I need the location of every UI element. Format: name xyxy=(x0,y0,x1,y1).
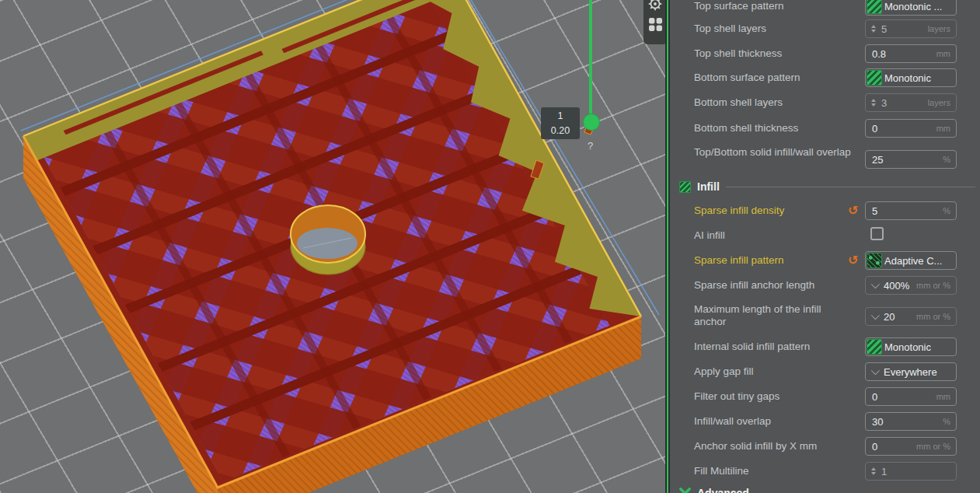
setting-row: Sparse infill density ↺ 5 % xyxy=(670,201,980,220)
setting-label: Infill/wall overlap xyxy=(694,415,853,428)
setting-row: Filter out tiny gaps 0 mm xyxy=(670,387,980,406)
stepper-arrows-icon[interactable] xyxy=(870,99,877,107)
setting-label: Top shell layers xyxy=(694,23,853,35)
pattern-swatch-icon xyxy=(867,339,882,355)
layer-slider-tooltip: 1 0.20 xyxy=(541,107,580,139)
infill-wall-overlap-input[interactable]: 30 % xyxy=(865,412,957,431)
setting-row: Bottom shell thickness 0 mm xyxy=(670,119,980,138)
setting-label: Top surface pattern xyxy=(694,0,853,12)
chevron-down-icon xyxy=(871,366,880,375)
setting-row: Top shell thickness 0.8 mm xyxy=(670,44,980,63)
bottom-shell-thickness-input[interactable]: 0 mm xyxy=(865,119,957,138)
setting-label: Filter out tiny gaps xyxy=(694,390,853,403)
setting-label: Apply gap fill xyxy=(694,365,853,378)
section-header-advanced: Advanced xyxy=(679,486,977,493)
setting-row: Sparse infill anchor length 400% mm or % xyxy=(670,276,980,295)
revert-icon[interactable]: ↺ xyxy=(848,253,862,268)
setting-row: Apply gap fill Everywhere xyxy=(670,362,980,381)
chevron-down-icon xyxy=(871,280,880,288)
section-divider-line xyxy=(726,187,975,187)
adaptive-pattern-swatch-icon xyxy=(867,253,882,268)
pattern-swatch-icon xyxy=(867,0,882,14)
filter-tiny-gaps-input[interactable]: 0 mm xyxy=(865,387,957,406)
setting-row: Top/Bottom solid infill/wall overlap 25 … xyxy=(670,150,980,169)
settings-panel: Top surface pattern Monotonic ... Top sh… xyxy=(670,0,980,493)
setting-label: Internal solid infill pattern xyxy=(694,341,853,353)
top-shell-thickness-input[interactable]: 0.8 mm xyxy=(865,44,957,63)
max-infill-anchor-length-dropdown[interactable]: 20 mm or % xyxy=(865,307,957,326)
sparse-infill-anchor-length-dropdown[interactable]: 400% mm or % xyxy=(865,276,957,295)
gear-icon[interactable] xyxy=(647,0,663,12)
apply-gap-fill-dropdown[interactable]: Everywhere xyxy=(865,362,957,381)
slider-help-mark: ? xyxy=(588,140,593,152)
internal-solid-infill-pattern-dropdown[interactable]: Monotonic xyxy=(865,337,957,356)
ai-infill-checkbox[interactable] xyxy=(870,227,884,240)
setting-label: Sparse infill density xyxy=(694,205,853,217)
3d-viewport[interactable]: 1 0.20 ? xyxy=(0,0,665,493)
setting-label: Top/Bottom solid infill/wall overlap xyxy=(694,146,853,159)
layer-number: 1 xyxy=(541,109,580,124)
top-bottom-overlap-input[interactable]: 25 % xyxy=(865,150,957,169)
viewport-mini-toolbar xyxy=(643,0,665,44)
setting-label: Maximum length of the infill anchor xyxy=(694,303,853,328)
setting-label: Bottom shell thickness xyxy=(694,122,853,135)
pattern-swatch-icon xyxy=(867,70,882,86)
infill-section-icon xyxy=(679,181,691,193)
section-header-infill: Infill xyxy=(679,180,977,194)
layer-slider-track[interactable] xyxy=(589,0,592,117)
stepper-arrows-icon[interactable] xyxy=(870,467,877,475)
fill-multiline-stepper[interactable]: 1 xyxy=(865,462,957,481)
setting-row: Top shell layers 5 layers xyxy=(670,19,980,38)
top-surface-pattern-dropdown[interactable]: Monotonic ... xyxy=(865,0,957,16)
setting-row: Sparse infill pattern ↺ Adaptive C... xyxy=(670,251,980,270)
setting-row: Top surface pattern Monotonic ... xyxy=(670,0,980,16)
revert-icon[interactable]: ↺ xyxy=(848,203,862,219)
bottom-shell-layers-stepper[interactable]: 3 layers xyxy=(865,93,957,112)
advanced-section-icon xyxy=(679,488,691,493)
sparse-infill-density-input[interactable]: 5 % xyxy=(865,201,957,220)
setting-row: Internal solid infill pattern Monotonic xyxy=(670,337,980,356)
grid-icon[interactable] xyxy=(648,17,663,32)
setting-row: AI infill xyxy=(670,226,980,245)
setting-label: Fill Multiline xyxy=(694,465,853,477)
setting-row: Fill Multiline 1 xyxy=(670,462,980,481)
top-shell-layers-stepper[interactable]: 5 layers xyxy=(865,19,957,38)
setting-row: Infill/wall overlap 30 % xyxy=(670,412,980,431)
layer-height: 0.20 xyxy=(541,124,580,138)
setting-row: Maximum length of the infill anchor 20 m… xyxy=(670,307,980,326)
setting-row: Bottom shell layers 3 layers xyxy=(670,93,980,112)
setting-label: Anchor solid infill by X mm xyxy=(694,440,853,453)
bottom-surface-pattern-dropdown[interactable]: Monotonic xyxy=(865,68,957,87)
setting-label: Sparse infill pattern xyxy=(694,254,853,267)
sliced-model-preview xyxy=(0,0,665,493)
setting-row: Anchor solid infill by X mm 0 mm or % xyxy=(670,437,980,456)
setting-row: Bottom surface pattern Monotonic xyxy=(670,68,980,87)
setting-label: Bottom shell layers xyxy=(694,96,853,109)
anchor-solid-infill-input[interactable]: 0 mm or % xyxy=(865,437,957,456)
setting-label: Bottom surface pattern xyxy=(694,72,853,84)
setting-label: Top shell thickness xyxy=(694,47,853,60)
layer-slider-handle[interactable] xyxy=(583,114,600,131)
setting-label: Sparse infill anchor length xyxy=(694,279,853,292)
stepper-arrows-icon[interactable] xyxy=(870,25,877,33)
sparse-infill-pattern-dropdown[interactable]: Adaptive C... xyxy=(865,251,957,270)
setting-label: AI infill xyxy=(694,229,853,242)
chevron-down-icon xyxy=(871,311,880,320)
